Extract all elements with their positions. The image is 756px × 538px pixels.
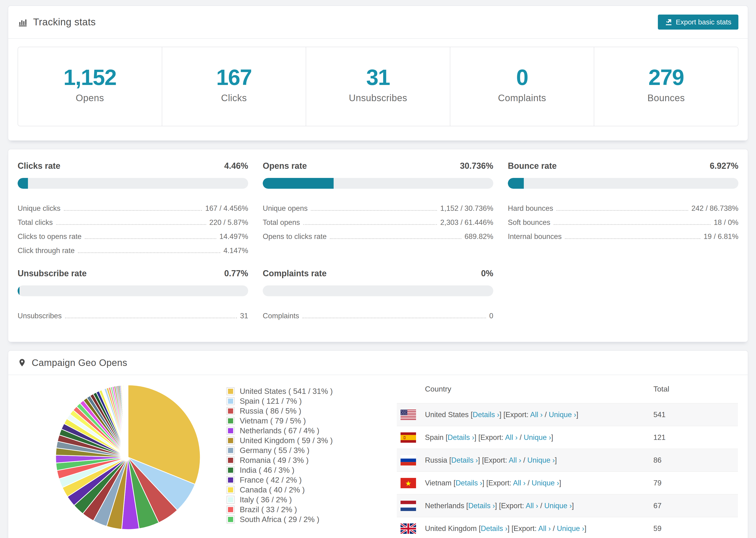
export-all-link[interactable]: All ›: [530, 410, 543, 419]
stat-complaints: 0Complaints: [450, 47, 594, 126]
rate-detail-row: Unique opens1,152 / 30.736%: [263, 199, 493, 213]
rate-value: 0%: [481, 269, 493, 278]
legend-swatch: [227, 496, 235, 504]
country-cell-text: United Kingdom [Details ›] [Export: All …: [425, 524, 586, 533]
stat-label: Bounces: [594, 93, 738, 103]
detail-value: 14.497%: [220, 232, 248, 241]
legend-item-italy: Italy ( 36 / 2% ): [227, 495, 367, 505]
rates-grid: Clicks rate4.46%Unique clicks167 / 4.456…: [18, 161, 738, 321]
legend-item-vietnam: Vietnam ( 79 / 5% ): [227, 416, 367, 426]
rate-block-bounce-rate: Bounce rate6.927%Hard bounces242 / 86.73…: [508, 161, 738, 255]
stat-opens: 1,152Opens: [18, 47, 162, 126]
flag-nl-icon: [401, 501, 416, 511]
dotted-leader: [65, 318, 237, 318]
rate-value: 6.927%: [710, 161, 738, 171]
rate-title: Clicks rate: [18, 161, 60, 171]
stat-value: 279: [594, 67, 738, 88]
legend-item-united-states: United States ( 541 / 31% ): [227, 386, 367, 396]
total-value: 67: [653, 494, 738, 517]
detail-label: Total clicks: [18, 218, 53, 227]
details-link[interactable]: Details ›: [468, 502, 495, 510]
dotted-leader: [78, 252, 220, 253]
details-link[interactable]: Details ›: [481, 524, 508, 533]
geo-header: Campaign Geo Opens: [8, 351, 748, 375]
export-unique-link[interactable]: Unique ›: [523, 433, 551, 442]
export-unique-link[interactable]: Unique ›: [531, 479, 559, 487]
link-punctuation: ] [Export:: [495, 502, 526, 510]
legend-item-canada: Canada ( 40 / 2% ): [227, 485, 367, 495]
stat-bounces: 279Bounces: [594, 47, 738, 126]
detail-value: 19 / 6.81%: [704, 232, 738, 241]
rate-detail-row: Soft bounces18 / 0%: [508, 213, 738, 227]
total-value: 59: [653, 517, 738, 538]
column-header-country: Country: [397, 375, 653, 403]
table-row-russia: Russia [Details ›] [Export: All › / Uniq…: [397, 449, 738, 471]
legend-swatch: [227, 486, 235, 494]
link-punctuation: ]: [559, 479, 561, 487]
dotted-leader: [303, 224, 437, 225]
dotted-leader: [64, 210, 202, 211]
rates-card: Clicks rate4.46%Unique clicks167 / 4.456…: [8, 149, 748, 342]
details-link[interactable]: Details ›: [451, 456, 478, 464]
country-name: United States: [425, 410, 469, 419]
export-unique-link[interactable]: Unique ›: [549, 410, 576, 419]
dashboard-page: Tracking stats Export basic stats 1,152O…: [0, 0, 756, 538]
geo-table: Country Total United States [Details ›] …: [397, 375, 738, 538]
stats-summary-row: 1,152Opens167Clicks31Unsubscribes0Compla…: [18, 47, 738, 126]
stat-value: 0: [450, 67, 594, 88]
total-value: 541: [653, 403, 738, 426]
legend-label: Vietnam ( 79 / 5% ): [240, 416, 306, 425]
rate-detail-row: Internal bounces19 / 6.81%: [508, 227, 738, 241]
export-all-link[interactable]: All ›: [526, 502, 538, 510]
rate-progress-bar: [263, 286, 493, 296]
rate-block-opens-rate: Opens rate30.736%Unique opens1,152 / 30.…: [263, 161, 493, 255]
legend-swatch: [227, 387, 235, 395]
export-unique-link[interactable]: Unique ›: [544, 502, 572, 510]
rate-detail-row: Total clicks220 / 5.87%: [18, 213, 248, 227]
export-all-link[interactable]: All ›: [505, 433, 517, 442]
details-link[interactable]: Details ›: [456, 479, 482, 487]
stat-label: Opens: [18, 93, 162, 103]
geo-title: Campaign Geo Opens: [32, 357, 127, 368]
country-name: Russia: [425, 456, 447, 464]
pie-legend: United States ( 541 / 31% )Spain ( 121 /…: [227, 386, 367, 524]
detail-label: Hard bounces: [508, 204, 553, 213]
detail-label: Unique opens: [263, 204, 307, 213]
export-all-link[interactable]: All ›: [509, 456, 521, 464]
link-punctuation: /: [518, 433, 524, 442]
export-all-link[interactable]: All ›: [513, 479, 525, 487]
export-icon: [665, 18, 673, 26]
tracking-stats-header: Tracking stats Export basic stats: [8, 6, 748, 39]
link-punctuation: ]: [572, 502, 574, 510]
detail-value: 31: [240, 312, 248, 321]
detail-value: 242 / 86.738%: [691, 204, 738, 213]
export-basic-stats-button[interactable]: Export basic stats: [658, 15, 738, 29]
detail-value: 167 / 4.456%: [205, 204, 248, 213]
detail-value: 18 / 0%: [714, 218, 738, 227]
export-unique-link[interactable]: Unique ›: [557, 524, 584, 533]
country-name: Spain: [425, 433, 444, 442]
stat-value: 167: [162, 67, 306, 88]
legend-label: Canada ( 40 / 2% ): [240, 485, 305, 494]
detail-label: Complaints: [263, 312, 299, 321]
flag-vn-icon: [401, 478, 416, 488]
legend-label: Netherlands ( 67 / 4% ): [240, 426, 319, 435]
geo-pie-chart[interactable]: [53, 382, 203, 532]
legend-item-south-africa: South Africa ( 29 / 2% ): [227, 514, 367, 524]
details-link[interactable]: Details ›: [448, 433, 474, 442]
total-value: 121: [653, 426, 738, 449]
legend-swatch: [227, 417, 235, 425]
country-cell-text: United States [Details ›] [Export: All ›…: [425, 410, 578, 419]
legend-item-spain: Spain ( 121 / 7% ): [227, 396, 367, 406]
legend-swatch: [227, 427, 235, 435]
details-link[interactable]: Details ›: [473, 410, 499, 419]
dotted-leader: [85, 238, 216, 239]
export-unique-link[interactable]: Unique ›: [527, 456, 555, 464]
legend-swatch: [227, 506, 235, 513]
rate-detail-row: Unique clicks167 / 4.456%: [18, 199, 248, 213]
detail-label: Unique clicks: [18, 204, 61, 213]
rate-progress-bar: [18, 286, 248, 296]
rate-detail-row: Unsubscribes31: [18, 306, 248, 321]
rate-progress-fill: [508, 178, 524, 189]
export-all-link[interactable]: All ›: [538, 524, 551, 533]
